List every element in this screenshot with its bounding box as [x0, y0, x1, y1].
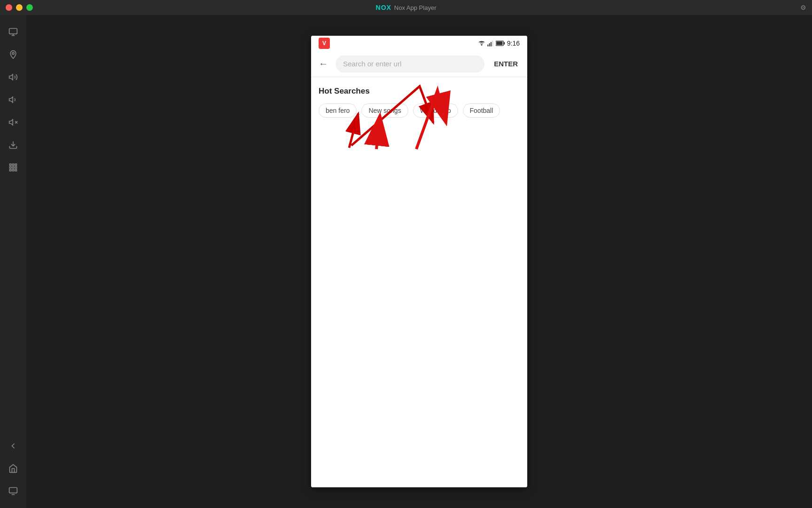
svg-marker-5: [9, 97, 13, 103]
back-button[interactable]: ←: [317, 56, 330, 71]
status-icons: [478, 40, 505, 47]
enter-button[interactable]: ENTER: [490, 58, 522, 70]
svg-rect-13: [10, 167, 11, 168]
svg-rect-18: [15, 169, 16, 171]
battery-icon: [496, 40, 505, 47]
svg-marker-6: [9, 119, 13, 125]
app-name-label: Nox App Player: [394, 4, 437, 11]
svg-rect-27: [496, 41, 502, 45]
svg-rect-23: [491, 42, 492, 46]
settings-icon[interactable]: ⚙: [800, 4, 806, 11]
svg-rect-15: [15, 167, 16, 168]
location-icon[interactable]: [4, 45, 23, 64]
device-frame: V: [311, 36, 527, 487]
window-controls: [6, 4, 33, 11]
volume-up-icon[interactable]: [4, 68, 23, 87]
title-bar: NOX Nox App Player ⚙: [0, 0, 812, 15]
tag-football[interactable]: Football: [463, 103, 500, 118]
status-bar: V: [311, 36, 527, 51]
sidebar: [0, 15, 26, 508]
time-display: 9:16: [507, 40, 520, 47]
url-placeholder: Search or enter url: [343, 60, 401, 68]
svg-rect-0: [9, 29, 17, 34]
install-icon[interactable]: [4, 135, 23, 154]
status-right: 9:16: [478, 40, 520, 47]
svg-point-3: [12, 52, 14, 54]
minimize-button[interactable]: [16, 4, 23, 11]
status-left: V: [319, 38, 330, 49]
app-title: NOX Nox App Player: [376, 4, 437, 11]
back-system-icon[interactable]: [4, 437, 23, 455]
grid-apps-icon[interactable]: [4, 158, 23, 177]
svg-rect-22: [489, 43, 490, 47]
svg-rect-17: [12, 169, 14, 171]
svg-rect-19: [9, 488, 17, 493]
svg-rect-26: [503, 42, 505, 45]
svg-rect-10: [10, 164, 11, 166]
svg-rect-16: [10, 169, 11, 171]
tag-new-songs[interactable]: New songs: [361, 103, 408, 118]
maximize-button[interactable]: [26, 4, 33, 11]
svg-rect-21: [487, 45, 488, 47]
svg-rect-12: [15, 164, 16, 166]
volume-down-icon[interactable]: [4, 90, 23, 109]
nox-logo: NOX: [376, 4, 391, 11]
vivaldi-icon: V: [319, 38, 330, 49]
sidebar-bottom: [4, 437, 23, 508]
signal-icon: [487, 40, 494, 47]
content-area: V: [26, 15, 812, 508]
monitor-icon[interactable]: [4, 23, 23, 41]
main-layout: V: [0, 15, 812, 508]
tag-ben-fero[interactable]: ben fero: [319, 103, 357, 118]
svg-rect-14: [12, 167, 14, 168]
svg-marker-4: [9, 74, 13, 80]
nav-bar: ← Search or enter url ENTER: [311, 51, 527, 77]
svg-rect-24: [492, 41, 493, 47]
svg-rect-11: [12, 164, 14, 166]
home-system-icon[interactable]: [4, 459, 23, 478]
hot-searches-title: Hot Searches: [319, 87, 520, 96]
url-bar[interactable]: Search or enter url: [336, 56, 484, 72]
wifi-icon: [478, 40, 485, 47]
search-content: Hot Searches ben fero New songs World Cu…: [311, 77, 527, 487]
mute-icon[interactable]: [4, 113, 23, 132]
close-button[interactable]: [6, 4, 12, 11]
recents-system-icon[interactable]: [4, 482, 23, 500]
tag-world-cup[interactable]: World Cup: [413, 103, 458, 118]
search-tags: ben fero New songs World Cup Football: [319, 103, 520, 118]
